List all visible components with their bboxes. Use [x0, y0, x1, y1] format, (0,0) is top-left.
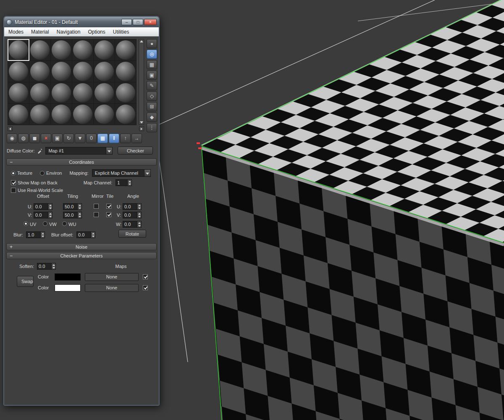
slots-scrollbar[interactable] [139, 39, 144, 125]
assign-material-to-selection-button[interactable]: ◼ [29, 134, 40, 143]
tiling-u-field[interactable] [63, 203, 77, 210]
material-slot[interactable] [72, 39, 93, 60]
color2-map-enable-checkbox[interactable] [143, 285, 148, 290]
material-slot[interactable] [115, 104, 136, 125]
material-slot[interactable] [51, 39, 72, 60]
maximize-button[interactable]: □ [133, 19, 143, 25]
slots-scroll-left[interactable] [8, 126, 13, 131]
angle-w-spinner[interactable] [137, 221, 142, 228]
blur-field[interactable] [26, 231, 40, 238]
color1-map-enable-checkbox[interactable] [143, 274, 148, 279]
sample-type-button[interactable]: ● [147, 39, 157, 48]
scroll-down-icon[interactable] [140, 121, 143, 123]
material-slot[interactable] [94, 39, 115, 60]
environ-radio[interactable] [40, 171, 45, 176]
material-slot[interactable] [29, 39, 50, 60]
tile-u-checkbox[interactable] [106, 204, 111, 209]
soften-spinner[interactable] [51, 263, 56, 270]
noise-rollout-header[interactable]: + Noise [6, 243, 157, 250]
soften-field[interactable] [37, 263, 51, 270]
go-to-parent-button[interactable]: ↑ [120, 134, 131, 143]
use-real-world-scale-checkbox[interactable] [11, 188, 16, 193]
material-slot[interactable] [94, 61, 115, 82]
offset-u-spinner[interactable] [48, 203, 52, 210]
material-slot[interactable] [115, 82, 136, 103]
menu-navigation[interactable]: Navigation [57, 29, 81, 35]
texture-radio[interactable] [11, 171, 16, 176]
material-slot[interactable] [51, 104, 72, 125]
make-unique-button[interactable]: ↻ [63, 134, 74, 143]
vw-radio-label[interactable]: VW [49, 222, 57, 227]
magnify-button[interactable]: ◎ [147, 50, 157, 59]
map-name-dropdown[interactable]: Map #1 [45, 147, 113, 155]
rotate-button[interactable]: Rotate [118, 230, 146, 238]
tiling-u-spinner[interactable] [77, 203, 82, 210]
map-channel-spinner[interactable] [127, 179, 132, 186]
show-map-in-viewport-button[interactable]: ▦ [97, 134, 108, 143]
environ-radio-label[interactable]: Environ [46, 171, 62, 176]
reset-map-button[interactable]: × [41, 134, 51, 143]
go-forward-to-sibling-button[interactable]: → [131, 134, 142, 143]
material-slot[interactable] [94, 82, 115, 103]
tiling-v-spinner[interactable] [77, 212, 82, 218]
color1-swatch[interactable] [55, 273, 81, 281]
scroll-up-icon[interactable] [140, 40, 143, 42]
angle-u-field[interactable] [123, 203, 137, 210]
mirror-v-checkbox[interactable] [94, 212, 99, 217]
texture-radio-label[interactable]: Texture [17, 171, 32, 176]
material-slot[interactable] [72, 61, 93, 82]
show-end-result-button[interactable]: ‖ [109, 134, 119, 143]
color1-map-button[interactable]: None [85, 273, 139, 281]
chevron-down-icon[interactable] [144, 170, 150, 176]
select-by-material-button[interactable]: ◆ [147, 113, 157, 122]
material-slot[interactable] [8, 82, 29, 103]
blur-offset-field[interactable] [76, 231, 91, 238]
uv-radio[interactable] [24, 221, 28, 226]
material-map-navigator-button[interactable]: ⋮ [147, 123, 157, 132]
blur-offset-spinner[interactable] [91, 231, 95, 238]
vertex-marker[interactable] [197, 142, 200, 144]
offset-u-field[interactable] [34, 203, 48, 210]
collapse-icon[interactable]: − [10, 159, 13, 165]
eyedropper-icon[interactable] [37, 148, 43, 154]
mirror-u-checkbox[interactable] [94, 204, 99, 209]
material-slot-active[interactable] [8, 39, 29, 60]
offset-v-spinner[interactable] [48, 212, 52, 218]
coordinates-rollout-header[interactable]: − Coordinates [6, 158, 157, 165]
get-material-button[interactable]: ◉ [7, 134, 17, 143]
menu-options[interactable]: Options [88, 29, 105, 35]
color2-map-button[interactable]: None [85, 284, 139, 292]
angle-u-spinner[interactable] [137, 203, 142, 210]
put-to-library-button[interactable]: ▼ [75, 134, 85, 143]
offset-v-field[interactable] [34, 212, 48, 218]
use-real-world-scale-label[interactable]: Use Real-World Scale [18, 188, 63, 193]
material-slot[interactable] [51, 61, 72, 82]
menu-modes[interactable]: Modes [8, 29, 24, 35]
put-material-to-scene-button[interactable]: ◍ [18, 134, 29, 143]
menu-utilities[interactable]: Utilities [113, 29, 129, 35]
minimize-button[interactable]: – [121, 19, 132, 25]
map-type-button[interactable]: Checker [118, 147, 153, 155]
angle-v-spinner[interactable] [137, 212, 142, 218]
material-slot[interactable] [29, 61, 50, 82]
show-map-on-back-checkbox[interactable] [11, 180, 16, 185]
tiling-v-field[interactable] [63, 212, 77, 218]
slots-scroll-right[interactable] [139, 126, 144, 131]
sample-uv-tiling-button[interactable]: ▣ [147, 71, 157, 80]
material-slot[interactable] [8, 104, 29, 125]
material-slot[interactable] [94, 104, 115, 125]
close-button[interactable]: × [144, 19, 157, 25]
material-id-channel-button[interactable]: 0 [86, 134, 97, 143]
color2-swatch[interactable] [55, 284, 81, 291]
wu-radio-label[interactable]: WU [68, 222, 76, 227]
checker-parameters-rollout-header[interactable]: − Checker Parameters [6, 252, 157, 259]
tile-v-checkbox[interactable] [106, 212, 111, 217]
material-slot[interactable] [115, 39, 136, 60]
collapse-icon[interactable]: − [10, 252, 13, 259]
uv-radio-label[interactable]: UV [30, 222, 36, 227]
titlebar[interactable]: Material Editor - 01 - Default – □ × [4, 17, 159, 27]
blur-spinner[interactable] [40, 231, 45, 238]
menu-material[interactable]: Material [31, 29, 49, 35]
video-color-check-button[interactable]: ✎ [147, 81, 157, 90]
map-channel-field[interactable] [116, 179, 127, 186]
